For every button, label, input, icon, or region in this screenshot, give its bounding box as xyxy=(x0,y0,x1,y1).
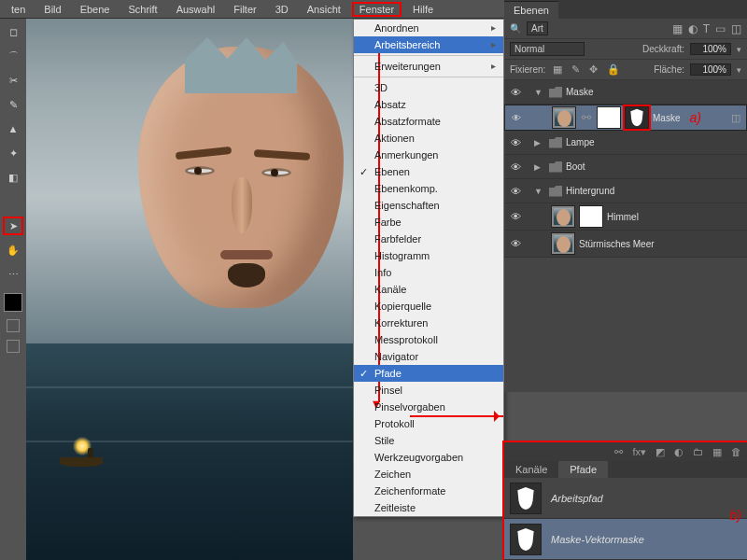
menu-item-kopierquelle[interactable]: Kopierquelle xyxy=(354,298,503,315)
link-icon[interactable]: ⚯ xyxy=(614,446,623,458)
trash-icon[interactable]: 🗑 xyxy=(731,446,741,457)
layer-filter-kind[interactable]: Art xyxy=(527,21,548,35)
marquee-tool-icon[interactable]: ◻ xyxy=(3,22,23,41)
menu-hilfe[interactable]: Hilfe xyxy=(405,2,441,17)
menu-item-aktionen[interactable]: Aktionen xyxy=(354,130,503,147)
filter-adjust-icon[interactable]: ◐ xyxy=(688,22,698,35)
menu-item-ebenen[interactable]: Ebenen xyxy=(354,163,503,180)
menu-item-arbeitsbereich[interactable]: Arbeitsbereich xyxy=(354,36,503,53)
menu-ebene[interactable]: Ebene xyxy=(73,2,118,17)
group-icon[interactable]: 🗀 xyxy=(693,446,703,457)
layer-group-row[interactable]: 👁▶Boot xyxy=(504,155,747,179)
visibility-icon[interactable]: 👁 xyxy=(509,113,524,123)
blank-tool-icon[interactable] xyxy=(3,192,23,211)
lock-position-icon[interactable]: ✥ xyxy=(587,63,599,76)
layer-row[interactable]: 👁⚯Maskea)◫ xyxy=(504,105,747,131)
layer-group-row[interactable]: 👁▼Hintergrund xyxy=(504,179,747,203)
eyedropper-tool-icon[interactable]: ✎ xyxy=(3,95,23,114)
layers-tab[interactable]: Ebenen xyxy=(504,1,558,19)
stamp-tool-icon[interactable]: ✦ xyxy=(3,144,23,162)
menu-item-ebenenkomp-[interactable]: Ebenenkomp. xyxy=(354,180,503,197)
menu-item-navigator[interactable]: Navigator xyxy=(354,348,503,365)
disclosure-icon[interactable]: ▼ xyxy=(534,88,545,97)
menu-fenster[interactable]: Fenster xyxy=(352,2,402,17)
layer-group-row[interactable]: 👁▶Lampe xyxy=(504,131,747,155)
menu-bild[interactable]: Bild xyxy=(36,2,68,17)
layer-group-row[interactable]: 👁▼Maske xyxy=(504,80,747,105)
brush-tool-icon[interactable]: ▲ xyxy=(3,119,23,138)
fill-value[interactable]: 100% xyxy=(690,63,731,76)
menu-filter[interactable]: Filter xyxy=(226,2,263,17)
visibility-icon[interactable]: 👁 xyxy=(508,238,523,249)
menu-item-korrekturen[interactable]: Korrekturen xyxy=(354,315,503,331)
menu-item-eigenschaften[interactable]: Eigenschaften xyxy=(354,197,503,214)
menu-item-absatz[interactable]: Absatz xyxy=(354,96,503,113)
blend-mode-select[interactable]: Normal xyxy=(510,42,585,56)
filter-shape-icon[interactable]: ▭ xyxy=(715,22,726,35)
menu-item-pinselvorgaben[interactable]: Pinselvorgaben xyxy=(354,399,503,415)
menu-item-erweiterungen[interactable]: Erweiterungen xyxy=(354,58,503,75)
menu-item-messprotokoll[interactable]: Messprotokoll xyxy=(354,331,503,348)
disclosure-icon[interactable]: ▶ xyxy=(534,162,545,172)
opacity-value[interactable]: 100% xyxy=(690,43,731,55)
menu-item-pfade[interactable]: Pfade xyxy=(354,365,503,382)
visibility-icon[interactable]: 👁 xyxy=(508,161,523,173)
filter-smart-icon[interactable]: ◫ xyxy=(731,22,741,35)
menu-item-werkzeugvorgaben[interactable]: Werkzeugvorgaben xyxy=(354,449,503,466)
document-canvas[interactable] xyxy=(26,19,353,560)
quickmask-icon[interactable] xyxy=(7,319,20,332)
layer-mask-thumb[interactable] xyxy=(597,106,621,129)
more-tool-icon[interactable]: ⋯ xyxy=(3,265,23,284)
lasso-tool-icon[interactable]: ⌒ xyxy=(3,47,23,65)
menu-item-kan-le[interactable]: Kanäle xyxy=(354,281,503,298)
tab-kanäle[interactable]: Kanäle xyxy=(504,461,558,478)
disclosure-icon[interactable]: ▶ xyxy=(534,138,545,147)
menu-item-farbe[interactable]: Farbe xyxy=(354,214,503,231)
menu-item-protokoll[interactable]: Protokoll xyxy=(354,415,503,432)
filter-type-icon[interactable]: T xyxy=(703,22,710,35)
menu-item-zeichen[interactable]: Zeichen xyxy=(354,466,503,483)
layer-mask-thumb[interactable] xyxy=(579,205,603,228)
menu-item-anmerkungen[interactable]: Anmerkungen xyxy=(354,147,503,163)
menu-3d[interactable]: 3D xyxy=(268,2,296,17)
menu-item-info[interactable]: Info xyxy=(354,264,503,281)
foreground-swatch[interactable] xyxy=(4,293,22,312)
new-icon[interactable]: ▦ xyxy=(712,446,722,458)
visibility-icon[interactable]: 👁 xyxy=(508,87,523,98)
menu-item-3d[interactable]: 3D xyxy=(354,79,503,96)
menu-auswahl[interactable]: Auswahl xyxy=(169,2,223,17)
layer-row[interactable]: 👁Stürmisches Meer xyxy=(504,231,747,258)
mask-icon[interactable]: ◩ xyxy=(655,446,665,458)
lock-paint-icon[interactable]: ✎ xyxy=(570,63,582,76)
menu-item-anordnen[interactable]: Anordnen xyxy=(354,20,503,36)
filter-pixel-icon[interactable]: ▦ xyxy=(672,22,683,35)
path-select-tool-icon[interactable]: ➤ xyxy=(3,217,23,235)
menu-item-stile[interactable]: Stile xyxy=(354,432,503,449)
menu-ten[interactable]: ten xyxy=(4,2,33,17)
layer-extra-icon[interactable]: ◫ xyxy=(729,112,742,124)
path-row[interactable]: Arbeitspfad xyxy=(504,478,747,519)
disclosure-icon[interactable]: ▼ xyxy=(534,187,545,196)
menu-schrift[interactable]: Schrift xyxy=(120,2,164,17)
eraser-tool-icon[interactable]: ◧ xyxy=(3,168,23,187)
visibility-icon[interactable]: 👁 xyxy=(508,186,523,197)
hand-tool-icon[interactable]: ✋ xyxy=(3,241,23,259)
vector-mask-thumb[interactable] xyxy=(625,106,649,129)
lock-transparency-icon[interactable]: ▦ xyxy=(551,63,564,76)
adjustment-icon[interactable]: ◐ xyxy=(674,446,684,458)
lock-all-icon[interactable]: 🔒 xyxy=(605,63,622,76)
menu-item-pinsel[interactable]: Pinsel xyxy=(354,382,503,399)
menu-item-absatzformate[interactable]: Absatzformate xyxy=(354,113,503,130)
menu-item-zeitleiste[interactable]: Zeitleiste xyxy=(354,499,503,516)
menu-item-farbfelder[interactable]: Farbfelder xyxy=(354,231,503,247)
fx-icon[interactable]: fx▾ xyxy=(632,446,646,458)
tab-pfade[interactable]: Pfade xyxy=(558,461,608,478)
path-row[interactable]: Maske-Vektormaske xyxy=(504,519,747,560)
layer-row[interactable]: 👁Himmel xyxy=(504,203,747,231)
menu-item-histogramm[interactable]: Histogramm xyxy=(354,247,503,264)
crop-tool-icon[interactable]: ✂ xyxy=(3,71,23,90)
menu-ansicht[interactable]: Ansicht xyxy=(300,2,348,17)
menu-item-zeichenformate[interactable]: Zeichenformate xyxy=(354,483,503,499)
visibility-icon[interactable]: 👁 xyxy=(508,137,523,148)
visibility-icon[interactable]: 👁 xyxy=(508,211,523,222)
